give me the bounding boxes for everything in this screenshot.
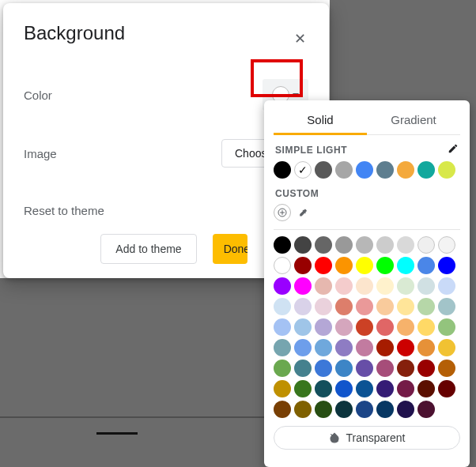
- palette-swatch[interactable]: [356, 380, 373, 397]
- palette-swatch[interactable]: [274, 257, 291, 274]
- palette-swatch[interactable]: [335, 236, 353, 254]
- palette-swatch[interactable]: [335, 360, 353, 377]
- palette-swatch[interactable]: [397, 318, 414, 336]
- add-custom-color-button[interactable]: [274, 204, 291, 221]
- palette-swatch[interactable]: [356, 277, 373, 295]
- palette-swatch[interactable]: [438, 277, 455, 295]
- close-button[interactable]: ✕: [288, 27, 312, 51]
- palette-swatch[interactable]: [397, 277, 414, 295]
- swatch-orange[interactable]: [397, 161, 414, 179]
- palette-swatch[interactable]: [438, 380, 455, 397]
- palette-swatch[interactable]: [417, 360, 435, 377]
- swatch-dark-gray[interactable]: [315, 161, 332, 179]
- palette-swatch[interactable]: [315, 298, 332, 315]
- palette-swatch[interactable]: [397, 360, 414, 377]
- palette-swatch[interactable]: [274, 401, 291, 418]
- palette-swatch[interactable]: [294, 380, 312, 397]
- palette-swatch[interactable]: [274, 236, 291, 254]
- palette-swatch[interactable]: [294, 318, 312, 336]
- palette-swatch[interactable]: [294, 360, 312, 377]
- palette-swatch[interactable]: [376, 318, 394, 336]
- transparent-button[interactable]: Transparent: [274, 426, 460, 450]
- palette-swatch[interactable]: [438, 318, 455, 336]
- palette-swatch[interactable]: [397, 339, 414, 356]
- palette-swatch[interactable]: [274, 360, 291, 377]
- palette-swatch[interactable]: [356, 360, 373, 377]
- palette-swatch[interactable]: [274, 339, 291, 356]
- palette-swatch[interactable]: [315, 380, 332, 397]
- palette-swatch[interactable]: [397, 257, 414, 274]
- swatch-slate[interactable]: [376, 161, 394, 179]
- palette-swatch[interactable]: [335, 277, 353, 295]
- palette-swatch[interactable]: [356, 339, 373, 356]
- swatch-black[interactable]: [274, 161, 291, 179]
- swatch-yellow-green[interactable]: [438, 161, 455, 179]
- palette-swatch[interactable]: [315, 236, 332, 254]
- done-button[interactable]: Done: [213, 234, 247, 264]
- palette-swatch[interactable]: [417, 380, 435, 397]
- palette-swatch[interactable]: [356, 401, 373, 418]
- palette-swatch[interactable]: [417, 277, 435, 295]
- palette-swatch[interactable]: [397, 401, 414, 418]
- eyedropper-button[interactable]: [294, 204, 312, 221]
- palette-swatch[interactable]: [315, 339, 332, 356]
- palette-swatch[interactable]: [315, 360, 332, 377]
- palette-swatch[interactable]: [274, 277, 291, 295]
- edit-theme-colors-button[interactable]: [448, 143, 459, 156]
- palette-swatch[interactable]: [294, 298, 312, 315]
- palette-swatch[interactable]: [274, 318, 291, 336]
- palette-swatch[interactable]: [397, 380, 414, 397]
- palette-swatch[interactable]: [417, 298, 435, 315]
- palette-swatch[interactable]: [335, 257, 353, 274]
- no-fill-icon: [329, 432, 340, 443]
- palette-swatch[interactable]: [376, 401, 394, 418]
- tab-solid[interactable]: Solid: [274, 104, 367, 134]
- palette-swatch[interactable]: [376, 380, 394, 397]
- palette-swatch[interactable]: [356, 257, 373, 274]
- palette-swatch[interactable]: [335, 298, 353, 315]
- palette-swatch[interactable]: [417, 257, 435, 274]
- swatch-blue[interactable]: [356, 161, 373, 179]
- palette-swatch[interactable]: [438, 257, 455, 274]
- palette-swatch[interactable]: [335, 339, 353, 356]
- dialog-title: Background: [24, 22, 308, 44]
- palette-swatch[interactable]: [376, 277, 394, 295]
- palette-swatch[interactable]: [417, 401, 435, 418]
- palette-swatch[interactable]: [417, 339, 435, 356]
- palette-swatch[interactable]: [335, 318, 353, 336]
- palette-swatch[interactable]: [417, 236, 435, 254]
- palette-swatch[interactable]: [438, 298, 455, 315]
- palette-swatch[interactable]: [294, 257, 312, 274]
- palette-swatch[interactable]: [438, 360, 455, 377]
- palette-swatch[interactable]: [356, 298, 373, 315]
- palette-swatch[interactable]: [397, 236, 414, 254]
- palette-swatch[interactable]: [356, 236, 373, 254]
- palette-swatch[interactable]: [315, 277, 332, 295]
- palette-swatch[interactable]: [315, 318, 332, 336]
- palette-swatch[interactable]: [376, 236, 394, 254]
- add-to-theme-button[interactable]: Add to theme: [100, 234, 196, 264]
- palette-swatch[interactable]: [376, 298, 394, 315]
- palette-swatch[interactable]: [335, 401, 353, 418]
- palette-swatch[interactable]: [438, 339, 455, 356]
- palette-swatch[interactable]: [315, 257, 332, 274]
- palette-swatch[interactable]: [356, 318, 373, 336]
- palette-swatch[interactable]: [294, 401, 312, 418]
- swatch-light-gray[interactable]: [335, 161, 353, 179]
- palette-swatch[interactable]: [376, 339, 394, 356]
- palette-swatch[interactable]: [274, 380, 291, 397]
- palette-swatch[interactable]: [417, 318, 435, 336]
- palette-swatch[interactable]: [315, 401, 332, 418]
- palette-swatch[interactable]: [438, 236, 455, 254]
- tab-gradient[interactable]: Gradient: [367, 104, 460, 134]
- palette-swatch[interactable]: [376, 257, 394, 274]
- palette-swatch[interactable]: [397, 298, 414, 315]
- palette-swatch[interactable]: [274, 298, 291, 315]
- palette-swatch[interactable]: [294, 277, 312, 295]
- swatch-white[interactable]: ✓: [294, 161, 312, 179]
- palette-swatch[interactable]: [294, 236, 312, 254]
- palette-swatch[interactable]: [376, 360, 394, 377]
- palette-swatch[interactable]: [335, 380, 353, 397]
- swatch-teal[interactable]: [417, 161, 435, 179]
- palette-swatch[interactable]: [294, 339, 312, 356]
